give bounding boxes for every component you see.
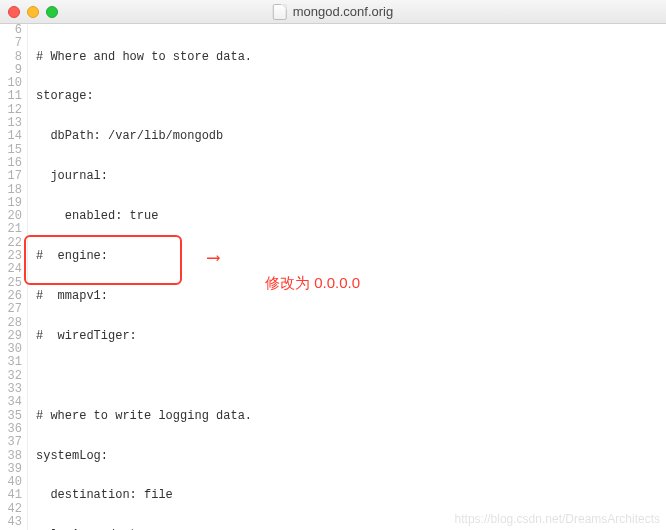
line-number: 16 [0, 157, 22, 170]
text-editor[interactable]: 6789101112131415161718192021222324252627… [0, 24, 666, 530]
line-number: 35 [0, 410, 22, 423]
line-number: 15 [0, 144, 22, 157]
line-number: 42 [0, 503, 22, 516]
maximize-button[interactable] [46, 6, 58, 18]
document-icon [273, 4, 287, 20]
line-number: 10 [0, 77, 22, 90]
line-number: 22 [0, 237, 22, 250]
line-number: 11 [0, 90, 22, 103]
code-line: # mmapv1: [36, 290, 666, 303]
window-title: mongod.conf.orig [273, 4, 393, 20]
code-line: dbPath: /var/lib/mongodb [36, 130, 666, 143]
close-button[interactable] [8, 6, 20, 18]
window-titlebar: mongod.conf.orig [0, 0, 666, 24]
line-number: 29 [0, 330, 22, 343]
line-number: 21 [0, 223, 22, 236]
code-line: storage: [36, 90, 666, 103]
code-line: destination: file [36, 489, 666, 502]
line-number: 9 [0, 64, 22, 77]
line-number: 37 [0, 436, 22, 449]
code-line: enabled: true [36, 210, 666, 223]
line-number: 23 [0, 250, 22, 263]
line-number: 40 [0, 476, 22, 489]
code-line: # engine: [36, 250, 666, 263]
line-number: 38 [0, 450, 22, 463]
line-number: 32 [0, 370, 22, 383]
title-text: mongod.conf.orig [293, 4, 393, 19]
line-number: 17 [0, 170, 22, 183]
code-line [36, 370, 666, 383]
line-number: 14 [0, 130, 22, 143]
line-number: 31 [0, 356, 22, 369]
minimize-button[interactable] [27, 6, 39, 18]
line-number: 30 [0, 343, 22, 356]
line-number: 36 [0, 423, 22, 436]
code-line: journal: [36, 170, 666, 183]
line-number-gutter: 6789101112131415161718192021222324252627… [0, 24, 28, 530]
code-line: # Where and how to store data. [36, 51, 666, 64]
line-number: 39 [0, 463, 22, 476]
code-line: # wiredTiger: [36, 330, 666, 343]
line-number: 12 [0, 104, 22, 117]
traffic-lights [8, 6, 58, 18]
line-number: 28 [0, 317, 22, 330]
line-number: 24 [0, 263, 22, 276]
line-number: 41 [0, 489, 22, 502]
line-number: 7 [0, 37, 22, 50]
line-number: 8 [0, 51, 22, 64]
line-number: 27 [0, 303, 22, 316]
annotation-text: 修改为 0.0.0.0 [265, 276, 360, 289]
code-line: # where to write logging data. [36, 410, 666, 423]
line-number: 18 [0, 184, 22, 197]
line-number: 26 [0, 290, 22, 303]
line-number: 25 [0, 277, 22, 290]
line-number: 6 [0, 24, 22, 37]
line-number: 33 [0, 383, 22, 396]
line-number: 19 [0, 197, 22, 210]
code-area[interactable]: # Where and how to store data. storage: … [28, 24, 666, 530]
line-number: 20 [0, 210, 22, 223]
line-number: 34 [0, 396, 22, 409]
code-line: systemLog: [36, 450, 666, 463]
line-number: 43 [0, 516, 22, 529]
line-number: 13 [0, 117, 22, 130]
